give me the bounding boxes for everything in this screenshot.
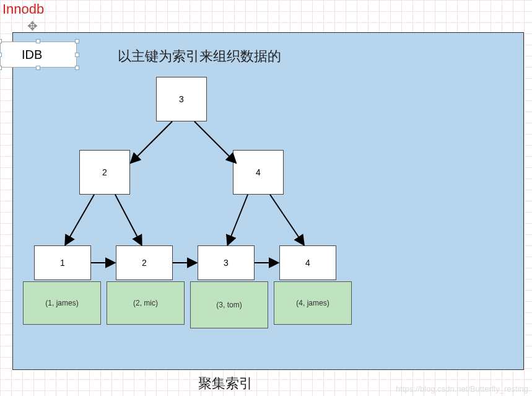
selection-handle[interactable] [0,39,2,43]
idb-label-box[interactable]: IDB [0,42,77,68]
leaf-1: 1 [34,245,91,280]
selection-handle[interactable] [0,53,2,57]
selection-handle[interactable] [75,53,79,57]
selection-handle[interactable] [36,39,40,43]
data-2: (2, mic) [107,281,185,325]
leaf-4: 4 [279,245,336,280]
data-4: (4, james) [274,281,352,325]
leaf-3: 3 [198,245,255,280]
selection-handle[interactable] [75,66,79,70]
move-cursor-icon: ✥ [27,19,38,33]
tree-node-left: 2 [79,150,130,195]
data-1: (1, james) [23,281,101,325]
tree-root: 3 [156,77,207,121]
selection-handle[interactable] [0,66,2,70]
selection-handle[interactable] [36,66,40,70]
selection-handle[interactable] [75,39,79,43]
engine-title: Innodb [2,1,44,17]
caption-text: 聚集索引 [198,374,253,393]
leaf-2: 2 [116,245,173,280]
watermark-text: https://blog.csdn.net/Butterfly_resting [396,384,528,394]
subtitle-text: 以主键为索引来组织数据的 [118,47,281,66]
data-3: (3, tom) [190,281,268,328]
tree-node-right: 4 [233,150,284,195]
